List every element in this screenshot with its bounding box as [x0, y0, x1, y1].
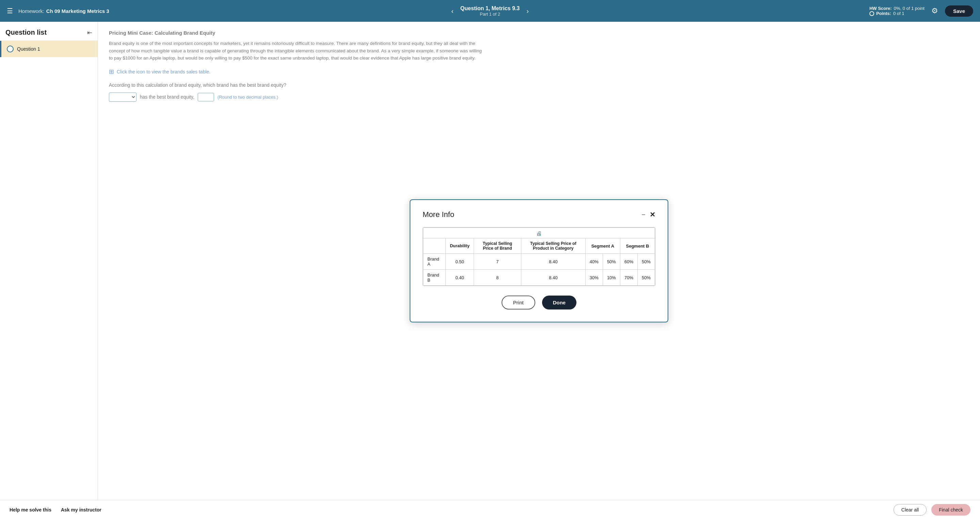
question-status-circle — [7, 46, 14, 52]
th-typical-selling-price-category: Typical Selling Price of Product in Cate… — [521, 238, 585, 254]
modal-close-button[interactable]: ✕ — [649, 211, 655, 218]
cell-tsp-b: 8 — [474, 270, 521, 286]
cell-durability-b: 0.40 — [446, 270, 474, 286]
cell-segb-sales-b: 70% — [620, 270, 637, 286]
table-segment-header-row: Durability Typical Selling Price of Bran… — [423, 238, 655, 254]
th-empty — [423, 238, 446, 254]
th-typical-selling-price: Typical Selling Price of Brand — [474, 238, 521, 254]
ask-instructor-button[interactable]: Ask my instructor — [61, 507, 102, 513]
bottom-bar: Help me solve this Ask my instructor Cle… — [0, 500, 980, 519]
points-value: 0 of 1 — [893, 11, 904, 16]
cell-sega-market-a: 50% — [603, 254, 620, 270]
cell-sega-sales-b: 30% — [585, 270, 603, 286]
sidebar-item-label: Question 1 — [17, 46, 40, 52]
hw-score-value: 0%, 0 of 1 point — [894, 6, 924, 11]
cell-sega-sales-a: 40% — [585, 254, 603, 270]
sidebar-collapse-button[interactable]: ⇤ — [87, 29, 92, 37]
homework-label: Homework: — [18, 8, 44, 14]
sidebar-item-question1[interactable]: Question 1 — [0, 41, 98, 57]
prev-question-button[interactable]: ‹ — [449, 6, 456, 16]
sidebar: Question list ⇤ Question 1 — [0, 22, 98, 500]
question-sub: Part 1 of 2 — [460, 11, 520, 17]
question-title: Question 1, Metrics 9.3 — [460, 5, 520, 11]
cell-segb-market-a: 50% — [637, 254, 655, 270]
modal-table-wrapper: 🖨 Durability Typical Selling Price of Br… — [423, 227, 655, 286]
cell-segb-sales-a: 60% — [620, 254, 637, 270]
cell-brand-a: Brand A — [423, 254, 446, 270]
modal-minimize-button[interactable]: − — [641, 211, 646, 218]
more-info-modal: More Info − ✕ 🖨 — [410, 199, 668, 322]
table-icon-row: 🖨 — [423, 228, 655, 238]
next-question-button[interactable]: › — [524, 6, 531, 16]
bottom-left: Help me solve this Ask my instructor — [10, 507, 102, 513]
main-layout: Question list ⇤ Question 1 Pricing Mini … — [0, 22, 980, 500]
points-circle-icon — [869, 11, 874, 16]
points-label: Points: — [876, 11, 891, 16]
th-durability: Durability — [446, 238, 474, 254]
cell-segb-market-b: 50% — [637, 270, 655, 286]
sidebar-header: Question list ⇤ — [0, 22, 98, 41]
th-segment-b: Segment B — [620, 238, 655, 254]
sidebar-title: Question list — [5, 29, 47, 37]
bottom-right: Clear all Final check — [894, 504, 970, 516]
print-button[interactable]: Print — [501, 295, 535, 309]
modal-controls: − ✕ — [641, 211, 655, 218]
navbar-right: HW Score: 0%, 0 of 1 point Points: 0 of … — [869, 5, 973, 17]
final-check-button[interactable]: Final check — [931, 504, 970, 516]
modal-overlay: More Info − ✕ 🖨 — [98, 22, 980, 500]
save-button[interactable]: Save — [945, 5, 973, 17]
content-area: Pricing Mini Case: Calculating Brand Equ… — [98, 22, 980, 500]
th-segment-a: Segment A — [585, 238, 620, 254]
help-solve-button[interactable]: Help me solve this — [10, 507, 51, 513]
hw-score-label: HW Score: — [869, 6, 892, 11]
cell-tspc-a: 8.40 — [521, 254, 585, 270]
modal-header: More Info − ✕ — [423, 210, 655, 219]
modal-footer: Print Done — [423, 295, 655, 309]
navbar-center: ‹ Question 1, Metrics 9.3 Part 1 of 2 › — [449, 5, 531, 17]
table-print-icon-cell: 🖨 — [423, 228, 655, 238]
table-print-icon: 🖨 — [536, 230, 542, 236]
cell-brand-b: Brand B — [423, 270, 446, 286]
table-row: Brand A 0.50 7 8.40 40% 50% 60% 50% — [423, 254, 655, 270]
navbar: ☰ Homework: Ch 09 Marketing Metrics 3 ‹ … — [0, 0, 980, 22]
modal-title: More Info — [423, 210, 454, 219]
settings-button[interactable]: ⚙ — [931, 6, 938, 15]
cell-tspc-b: 8.40 — [521, 270, 585, 286]
homework-title: Ch 09 Marketing Metrics 3 — [46, 8, 109, 14]
done-button[interactable]: Done — [542, 295, 577, 309]
table-row: Brand B 0.40 8 8.40 30% 10% 70% 50% — [423, 270, 655, 286]
cell-tsp-a: 7 — [474, 254, 521, 270]
cell-sega-market-b: 10% — [603, 270, 620, 286]
menu-icon[interactable]: ☰ — [7, 7, 13, 15]
cell-durability-a: 0.50 — [446, 254, 474, 270]
brands-table: 🖨 Durability Typical Selling Price of Br… — [423, 227, 655, 286]
hw-score-block: HW Score: 0%, 0 of 1 point Points: 0 of … — [869, 6, 924, 16]
clear-all-button[interactable]: Clear all — [894, 504, 927, 516]
